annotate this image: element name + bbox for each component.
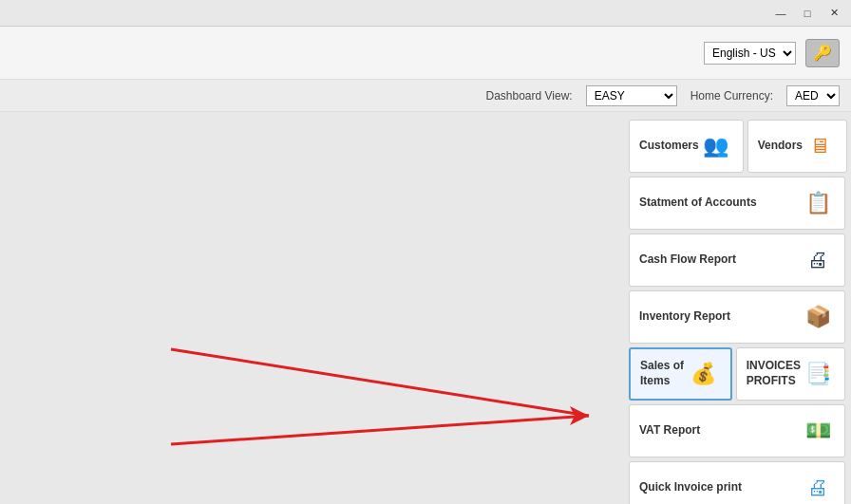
invoices-label: INVOICES PROFITS <box>747 359 801 388</box>
dashboard-view-select[interactable]: EASY ADVANCED <box>586 85 677 106</box>
statement-icon: 📋 <box>801 186 835 220</box>
main-area: Customers 👥 Vendors 🖥 Statment of Accoun… <box>0 112 851 504</box>
card-cashflow[interactable]: Cash Flow Report 🖨 <box>629 233 845 287</box>
cashflow-label: Cash Flow Report <box>639 252 801 268</box>
card-quickinvoice[interactable]: Quick Invoice print 🖨 <box>629 461 845 504</box>
invoices-icon: 📑 <box>801 357 835 391</box>
vendors-label: Vendors <box>758 139 803 154</box>
svg-marker-2 <box>570 406 589 425</box>
settings-icon-button[interactable]: 🔑 <box>805 39 840 67</box>
customers-icon: 👥 <box>699 129 733 163</box>
card-inventory[interactable]: Inventory Report 📦 <box>629 290 845 344</box>
cashflow-icon: 🖨 <box>801 243 835 277</box>
secondary-toolbar: Dashboard View: EASY ADVANCED Home Curre… <box>0 80 851 112</box>
card-row-sales: Sales of Items 💰 INVOICES PROFITS 📑 <box>629 347 845 401</box>
svg-line-1 <box>171 416 589 444</box>
home-currency-select[interactable]: AED USD EUR <box>786 85 840 106</box>
vendors-icon: 🖥 <box>803 129 837 163</box>
dashboard-view-label: Dashboard View: <box>485 89 572 103</box>
card-statement[interactable]: Statment of Accounts 📋 <box>629 177 845 230</box>
top-toolbar: English - US Arabic French 🔑 <box>0 27 851 80</box>
sales-label: Sales of Items <box>640 359 687 388</box>
inventory-label: Inventory Report <box>639 309 801 325</box>
customers-label: Customers <box>639 139 699 154</box>
statement-label: Statment of Accounts <box>639 196 801 211</box>
card-vat[interactable]: VAT Report 💵 <box>629 404 845 457</box>
key-icon: 🔑 <box>813 44 832 62</box>
card-sales[interactable]: Sales of Items 💰 <box>629 347 732 401</box>
vat-icon: 💵 <box>801 414 835 448</box>
sales-icon: 💰 <box>687 357 721 391</box>
maximize-button[interactable]: □ <box>794 4 821 23</box>
arrow-annotation <box>0 112 623 504</box>
svg-line-0 <box>171 349 589 416</box>
close-button[interactable]: ✕ <box>821 4 847 23</box>
card-customers[interactable]: Customers 👥 <box>629 120 744 173</box>
inventory-icon: 📦 <box>801 300 835 334</box>
card-row-top: Customers 👥 Vendors 🖥 <box>629 120 845 173</box>
card-invoices[interactable]: INVOICES PROFITS 📑 <box>736 347 845 401</box>
right-panel: Customers 👥 Vendors 🖥 Statment of Accoun… <box>623 112 851 504</box>
home-currency-label: Home Currency: <box>690 89 773 103</box>
vat-label: VAT Report <box>639 423 801 439</box>
card-vendors[interactable]: Vendors 🖥 <box>747 120 847 173</box>
quickinvoice-label: Quick Invoice print <box>639 480 801 495</box>
language-select[interactable]: English - US Arabic French <box>704 42 796 65</box>
minimize-button[interactable]: — <box>767 4 794 23</box>
title-bar: — □ ✕ <box>0 0 851 27</box>
left-panel <box>0 112 623 504</box>
quickinvoice-icon: 🖨 <box>801 471 835 504</box>
